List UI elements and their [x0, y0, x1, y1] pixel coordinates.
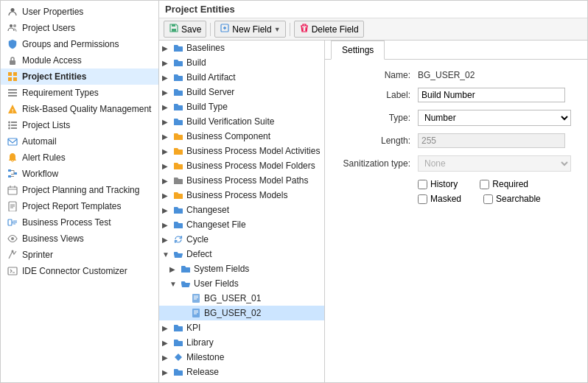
warning-icon: ! — [7, 103, 18, 115]
sidebar-item-requirement-types[interactable]: Requirement Types — [1, 85, 158, 101]
name-label: Name: — [337, 70, 418, 80]
tree-item-changeset-file[interactable]: ▶ Changeset File — [159, 217, 324, 232]
sidebar-item-label: Project Planning and Tracking — [22, 185, 139, 195]
tree-item-label: Library — [186, 337, 214, 348]
sidebar-item-business-views[interactable]: Business Views — [1, 231, 158, 247]
sidebar-item-project-report[interactable]: Project Report Templates — [1, 198, 158, 214]
searchable-checkbox[interactable] — [483, 194, 493, 204]
tree-item-defect[interactable]: ▼ Defect — [159, 247, 324, 261]
expand-icon: ▶ — [162, 192, 172, 200]
svg-point-14 — [8, 124, 10, 127]
tree-item-bg-user-02[interactable]: BG_USER_02 — [159, 306, 324, 320]
name-field-row: Name: BG_USER_02 — [337, 70, 575, 80]
tree-item-changeset[interactable]: ▶ Changeset — [159, 203, 324, 217]
tree-item-bp-models[interactable]: ▶ Business Process Models — [159, 188, 324, 203]
sidebar-item-automail[interactable]: Automail — [1, 133, 158, 150]
name-value: BG_USER_02 — [418, 70, 475, 80]
svg-rect-15 — [11, 124, 17, 126]
sidebar-item-groups-permissions[interactable]: Groups and Permissions — [1, 36, 158, 52]
new-field-button[interactable]: New Field ▼ — [214, 21, 285, 38]
tree-item-business-component[interactable]: ▶ Business Component — [159, 129, 324, 144]
tree-item-kpi[interactable]: ▶ KPI — [159, 320, 324, 335]
svg-rect-4 — [8, 72, 12, 76]
expand-icon: ▶ — [162, 59, 172, 67]
sidebar-item-ide-connector[interactable]: IDE Connector Customizer — [1, 263, 158, 279]
svg-rect-10 — [8, 95, 17, 96]
expand-icon: ▶ — [162, 44, 172, 52]
tree-item-build-verification[interactable]: ▶ Build Verification Suite — [159, 114, 324, 129]
folder-icon — [172, 57, 184, 68]
tree-item-cycle[interactable]: ▶ Cycle — [159, 232, 324, 247]
folder-gear-icon — [172, 130, 184, 142]
sidebar-item-sprinter[interactable]: Sprinter — [1, 247, 158, 263]
sidebar-item-module-access[interactable]: Module Access — [1, 52, 158, 68]
sidebar-item-business-process-test[interactable]: Business Process Test — [1, 214, 158, 231]
folder-icon — [172, 71, 184, 83]
svg-rect-33 — [192, 309, 200, 317]
section-title: Project Entities — [159, 1, 587, 18]
label-input[interactable] — [418, 88, 565, 102]
tree-item-milestone[interactable]: ▶ Milestone — [159, 350, 324, 365]
save-button[interactable]: Save — [164, 21, 206, 38]
tree-item-build-server[interactable]: ▶ Build Server — [159, 85, 324, 99]
sprint-icon — [7, 249, 18, 261]
tree-item-bp-paths[interactable]: ▶ Business Process Model Paths — [159, 173, 324, 188]
tree-item-build[interactable]: ▶ Build — [159, 55, 324, 70]
tree-item-release-folder[interactable]: ▶ Release Folder — [159, 379, 324, 382]
tree-item-baselines[interactable]: ▶ Baselines — [159, 41, 324, 55]
new-field-label: New Field — [232, 24, 271, 35]
history-checkbox[interactable] — [418, 180, 427, 189]
sidebar-item-label: Sprinter — [22, 250, 53, 260]
tree-item-release[interactable]: ▶ Release — [159, 365, 324, 379]
tree-item-label: Business Component — [186, 131, 270, 141]
tree-item-bp-folders[interactable]: ▶ Business Process Model Folders — [159, 158, 324, 173]
tree-item-label: Release — [186, 367, 219, 377]
sidebar-item-label: Groups and Permissions — [22, 39, 119, 49]
svg-rect-9 — [8, 92, 17, 94]
sidebar-item-alert-rules[interactable]: Alert Rules — [1, 150, 158, 166]
folder-icon — [172, 116, 184, 127]
sidebar-item-risk-quality[interactable]: ! Risk-Based Quality Management — [1, 101, 158, 117]
sidebar-item-label: Module Access — [22, 55, 82, 66]
tree-item-build-type[interactable]: ▶ Build Type — [159, 99, 324, 114]
tree-item-build-artifact[interactable]: ▶ Build Artifact — [159, 70, 324, 85]
sanitization-field-row: Sanitization type: None — [337, 155, 575, 172]
label-label: Label: — [337, 90, 418, 100]
required-checkbox[interactable] — [480, 180, 489, 189]
sidebar-item-label: Project Users — [22, 23, 75, 33]
tree-item-library[interactable]: ▶ Library — [159, 335, 324, 350]
sidebar-item-label: IDE Connector Customizer — [22, 266, 127, 276]
tree-item-label: KPI — [186, 323, 200, 333]
settings-tabs: Settings — [325, 41, 587, 60]
folder-icon — [172, 86, 184, 98]
tree-item-user-fields[interactable]: ▼ User Fields — [159, 276, 324, 291]
sidebar-item-user-properties[interactable]: User Properties — [1, 4, 158, 20]
tree-item-label: Business Process Models — [186, 190, 287, 200]
people-icon — [7, 22, 18, 34]
flow-icon — [7, 168, 18, 180]
tree-item-system-fields[interactable]: ▶ System Fields — [159, 261, 324, 276]
svg-rect-6 — [8, 77, 12, 81]
svg-rect-17 — [11, 127, 17, 129]
sidebar-item-project-users[interactable]: Project Users — [1, 20, 158, 36]
type-select[interactable]: Number String Date Boolean Memo UserList… — [418, 110, 571, 126]
tree-item-label: Build — [186, 57, 206, 68]
toolbar-separator — [210, 23, 211, 36]
tab-settings[interactable]: Settings — [331, 41, 385, 60]
svg-rect-32 — [192, 294, 200, 303]
masked-checkbox[interactable] — [418, 194, 427, 204]
searchable-label: Searchable — [496, 194, 541, 204]
ide-icon — [7, 265, 18, 277]
length-field-row: Length: — [337, 133, 575, 148]
tree-item-bp-activities[interactable]: ▶ Business Process Model Activities — [159, 144, 324, 158]
sidebar-item-label: Requirement Types — [22, 88, 99, 98]
sidebar-item-project-planning[interactable]: Project Planning and Tracking — [1, 182, 158, 198]
delete-field-button[interactable]: Delete Field — [294, 21, 364, 38]
sidebar-item-project-lists[interactable]: Project Lists — [1, 117, 158, 133]
expand-icon: ▶ — [162, 74, 172, 82]
tree-item-bg-user-01[interactable]: BG_USER_01 — [159, 291, 324, 306]
sidebar-item-workflow[interactable]: Workflow — [1, 166, 158, 182]
sidebar-item-project-entities[interactable]: Project Entities — [1, 68, 158, 85]
toolbar: Save New Field ▼ Delete Field — [159, 18, 587, 41]
tree-item-label: Defect — [186, 249, 212, 259]
